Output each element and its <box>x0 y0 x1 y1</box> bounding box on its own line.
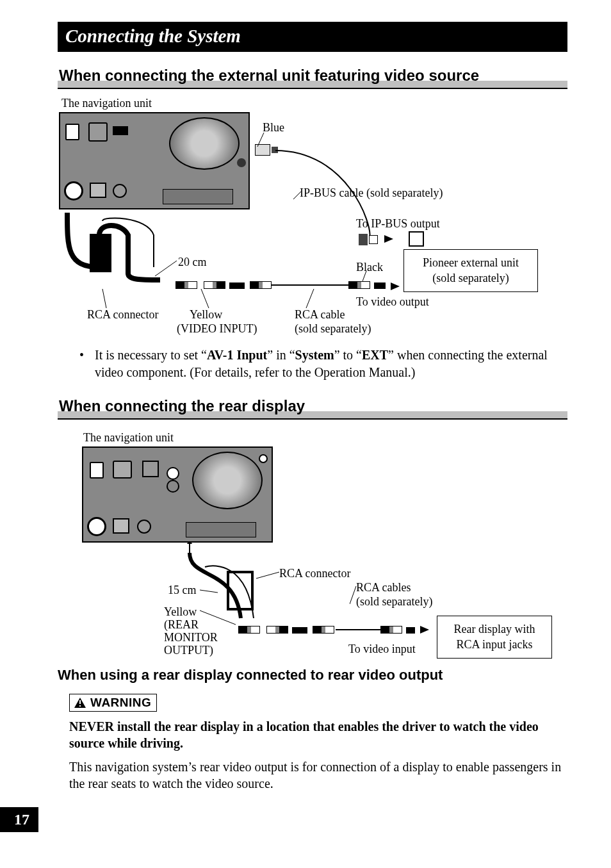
label-rear: (REAR <box>164 618 199 632</box>
label-rca-cable: RCA cable <box>295 308 345 322</box>
label-sold-sep: (sold separately) <box>295 322 371 336</box>
label-monitor: MONITOR <box>164 631 218 644</box>
label-yellow: Yellow <box>190 308 222 322</box>
section-header-external-unit: When connecting the external unit featur… <box>58 66 567 89</box>
svg-line-13 <box>200 590 218 593</box>
page-number: 17 <box>0 807 38 832</box>
svg-line-6 <box>201 289 209 308</box>
nav-unit-box <box>59 112 250 209</box>
section-header-rear-display: When connecting the rear display <box>58 397 567 420</box>
svg-line-4 <box>363 271 366 281</box>
body-text: This navigation system’s rear video outp… <box>69 758 567 792</box>
svg-line-5 <box>102 289 106 308</box>
label-to-video: To video output <box>356 295 429 309</box>
label-20cm: 20 cm <box>178 256 207 269</box>
label-to-ipbus: To IP-BUS output <box>356 217 440 231</box>
rear-display-box: Rear display with RCA input jacks <box>437 616 552 659</box>
svg-line-15 <box>200 610 236 625</box>
label-ipbus-cable: IP-BUS cable (sold separately) <box>300 186 443 200</box>
subsection-header-rear-output: When using a rear display connected to r… <box>58 667 567 684</box>
diagram-rear-display: The navigation unit RCA connector 15 cm <box>58 427 557 658</box>
svg-line-12 <box>256 572 279 578</box>
svg-line-7 <box>306 289 314 308</box>
label-15cm: 15 cm <box>168 584 197 597</box>
fan-icon <box>169 117 240 170</box>
label-nav-unit: The navigation unit <box>61 97 152 110</box>
label-output: OUTPUT) <box>164 644 213 657</box>
fan-icon-2 <box>192 452 263 509</box>
label-rca-connector: RCA connector <box>87 308 158 322</box>
svg-line-3 <box>155 261 177 276</box>
label-nav-unit-2: The navigation unit <box>83 431 174 445</box>
label-to-video-input: To video input <box>348 643 416 656</box>
diagram-external-unit: The navigation unit Blue IP-BUS cable (s… <box>58 97 557 334</box>
external-unit-box: Pioneer external unit (sold separately) <box>403 249 538 292</box>
svg-rect-18 <box>79 700 81 704</box>
warning-text: NEVER install the rear display in a loca… <box>69 718 567 752</box>
svg-rect-19 <box>79 705 81 707</box>
note-av1: • It is necessary to set “AV-1 Input” in… <box>79 347 567 381</box>
label-yellow-2: Yellow <box>164 605 197 619</box>
label-rca-cables: RCA cables <box>356 581 411 594</box>
svg-line-1 <box>293 192 301 199</box>
svg-line-0 <box>257 133 264 147</box>
svg-rect-2 <box>90 234 111 272</box>
nav-unit-box-2 <box>82 446 273 543</box>
warning-icon <box>74 697 86 708</box>
svg-marker-10 <box>187 541 192 544</box>
chapter-title: Connecting the System <box>58 22 567 52</box>
label-video-input: (VIDEO INPUT) <box>177 322 257 336</box>
label-rca-connector-2: RCA connector <box>279 567 350 580</box>
label-sold-sep-2: (sold separately) <box>356 595 432 609</box>
warning-label: WARNING <box>69 694 157 712</box>
svg-line-14 <box>350 586 356 604</box>
